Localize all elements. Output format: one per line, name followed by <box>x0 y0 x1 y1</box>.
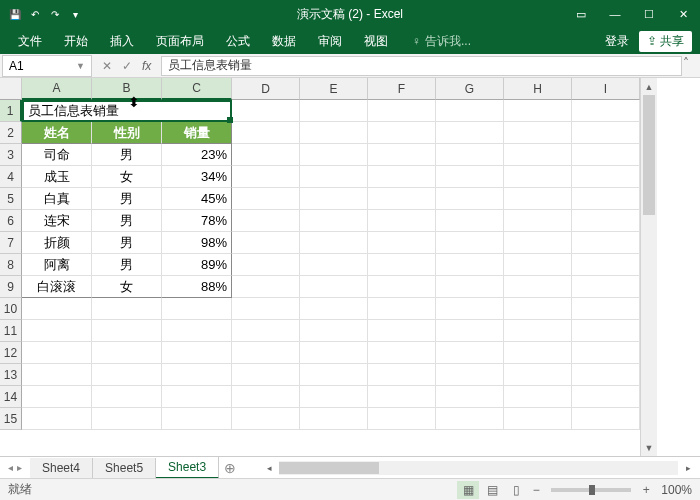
data-cell[interactable]: 白真 <box>22 188 92 210</box>
cell[interactable] <box>572 210 640 232</box>
cell[interactable] <box>504 342 572 364</box>
header-gender[interactable]: 性别 <box>92 122 162 144</box>
cell[interactable] <box>572 408 640 430</box>
cell[interactable] <box>162 408 232 430</box>
col-header[interactable]: H <box>504 78 572 100</box>
tab-formula[interactable]: 公式 <box>216 29 260 54</box>
cell[interactable] <box>504 166 572 188</box>
cell[interactable] <box>22 342 92 364</box>
login-link[interactable]: 登录 <box>605 33 629 50</box>
data-cell[interactable]: 88% <box>162 276 232 298</box>
page-layout-icon[interactable]: ▤ <box>481 481 503 499</box>
cell[interactable] <box>368 100 436 122</box>
fx-icon[interactable]: fx <box>142 59 151 73</box>
cell[interactable] <box>368 320 436 342</box>
cell[interactable] <box>232 408 300 430</box>
cell[interactable] <box>436 364 504 386</box>
cell[interactable] <box>504 276 572 298</box>
data-cell[interactable]: 折颜 <box>22 232 92 254</box>
cell[interactable] <box>300 386 368 408</box>
data-cell[interactable]: 45% <box>162 188 232 210</box>
formula-input[interactable]: 员工信息表销量 <box>161 56 682 76</box>
zoom-in-icon[interactable]: + <box>639 483 653 497</box>
cell[interactable] <box>572 122 640 144</box>
nav-prev-icon[interactable]: ◂ <box>8 462 13 473</box>
redo-icon[interactable]: ↷ <box>48 7 62 21</box>
cell[interactable] <box>232 188 300 210</box>
col-header[interactable]: I <box>572 78 640 100</box>
cell[interactable] <box>368 364 436 386</box>
cell[interactable] <box>504 188 572 210</box>
sheet-tab-sheet4[interactable]: Sheet4 <box>30 458 93 478</box>
cell[interactable] <box>504 122 572 144</box>
data-cell[interactable]: 白滚滚 <box>22 276 92 298</box>
cell[interactable] <box>572 342 640 364</box>
tab-review[interactable]: 审阅 <box>308 29 352 54</box>
cell[interactable] <box>504 364 572 386</box>
cell[interactable] <box>232 122 300 144</box>
cell[interactable] <box>300 210 368 232</box>
cell[interactable] <box>92 386 162 408</box>
cell[interactable] <box>300 320 368 342</box>
cell[interactable] <box>232 386 300 408</box>
minimize-icon[interactable]: — <box>598 0 632 28</box>
cell[interactable] <box>368 276 436 298</box>
scroll-right-icon[interactable]: ▸ <box>680 463 696 473</box>
page-break-icon[interactable]: ▯ <box>505 481 527 499</box>
tab-data[interactable]: 数据 <box>262 29 306 54</box>
cell[interactable] <box>368 408 436 430</box>
cell[interactable] <box>504 254 572 276</box>
cell[interactable] <box>572 298 640 320</box>
cell[interactable] <box>162 342 232 364</box>
row-header[interactable]: 10 <box>0 298 22 320</box>
name-box[interactable]: ▼ <box>2 55 92 77</box>
qat-dropdown-icon[interactable]: ▾ <box>68 7 82 21</box>
cell[interactable] <box>572 188 640 210</box>
maximize-icon[interactable]: ☐ <box>632 0 666 28</box>
enter-icon[interactable]: ✓ <box>122 59 132 73</box>
data-cell[interactable]: 男 <box>92 210 162 232</box>
cell[interactable] <box>572 232 640 254</box>
data-cell[interactable]: 男 <box>92 188 162 210</box>
row-header[interactable]: 1 <box>0 100 22 122</box>
col-header[interactable]: B <box>92 78 162 100</box>
cell[interactable] <box>368 188 436 210</box>
cell[interactable] <box>300 100 368 122</box>
col-header[interactable]: E <box>300 78 368 100</box>
cell[interactable] <box>232 166 300 188</box>
row-header[interactable]: 5 <box>0 188 22 210</box>
cell[interactable] <box>232 364 300 386</box>
cell[interactable] <box>232 144 300 166</box>
cell[interactable] <box>436 166 504 188</box>
row-header[interactable]: 4 <box>0 166 22 188</box>
cell[interactable] <box>436 232 504 254</box>
cell[interactable] <box>436 320 504 342</box>
cell[interactable] <box>504 320 572 342</box>
hscroll-thumb[interactable] <box>279 462 379 474</box>
cell[interactable] <box>504 408 572 430</box>
cell[interactable] <box>300 298 368 320</box>
header-name[interactable]: 姓名 <box>22 122 92 144</box>
cell[interactable] <box>368 342 436 364</box>
cell[interactable] <box>436 342 504 364</box>
data-cell[interactable]: 34% <box>162 166 232 188</box>
grid[interactable]: ⬍ ABCDEFGHI1员工信息表销量2姓名性别销量3司命男23%4成玉女34%… <box>0 78 640 456</box>
row-header[interactable]: 9 <box>0 276 22 298</box>
cell[interactable] <box>300 166 368 188</box>
data-cell[interactable]: 阿离 <box>22 254 92 276</box>
cell[interactable] <box>572 386 640 408</box>
cell[interactable] <box>504 298 572 320</box>
tab-file[interactable]: 文件 <box>8 29 52 54</box>
tab-layout[interactable]: 页面布局 <box>146 29 214 54</box>
add-sheet-icon[interactable]: ⊕ <box>219 460 241 476</box>
row-header[interactable]: 14 <box>0 386 22 408</box>
data-cell[interactable]: 男 <box>92 254 162 276</box>
cell[interactable] <box>162 320 232 342</box>
cell[interactable] <box>572 144 640 166</box>
cell[interactable] <box>572 254 640 276</box>
cell[interactable] <box>232 298 300 320</box>
cell[interactable] <box>504 232 572 254</box>
zoom-thumb[interactable] <box>589 485 595 495</box>
cell[interactable] <box>232 210 300 232</box>
data-cell[interactable]: 女 <box>92 166 162 188</box>
